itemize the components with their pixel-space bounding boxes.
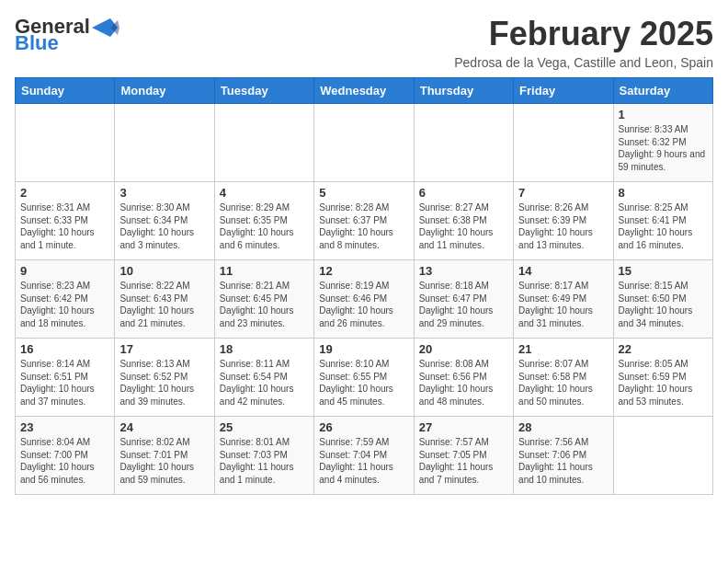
day-number: 24 [119, 420, 209, 434]
calendar-cell: 22Sunrise: 8:05 AM Sunset: 6:59 PM Dayli… [613, 339, 712, 417]
calendar-cell: 28Sunrise: 7:56 AM Sunset: 7:06 PM Dayli… [514, 417, 613, 495]
day-info: Sunrise: 8:27 AM Sunset: 6:38 PM Dayligh… [419, 202, 494, 250]
calendar-cell: 4Sunrise: 8:29 AM Sunset: 6:35 PM Daylig… [214, 182, 313, 260]
calendar-cell: 20Sunrise: 8:08 AM Sunset: 6:56 PM Dayli… [414, 339, 513, 417]
calendar-week-1: 1Sunrise: 8:33 AM Sunset: 6:32 PM Daylig… [16, 104, 713, 182]
day-info: Sunrise: 8:29 AM Sunset: 6:35 PM Dayligh… [220, 202, 294, 250]
calendar-week-2: 2Sunrise: 8:31 AM Sunset: 6:33 PM Daylig… [16, 182, 713, 260]
title-block: February 2025 Pedrosa de la Vega, Castil… [454, 15, 713, 70]
weekday-header-saturday: Saturday [613, 78, 712, 104]
day-info: Sunrise: 8:11 AM Sunset: 6:54 PM Dayligh… [220, 359, 294, 407]
day-info: Sunrise: 8:19 AM Sunset: 6:46 PM Dayligh… [319, 281, 393, 328]
calendar-cell [16, 104, 115, 182]
day-info: Sunrise: 8:23 AM Sunset: 6:42 PM Dayligh… [20, 281, 95, 328]
day-number: 22 [619, 342, 708, 356]
day-number: 1 [619, 108, 708, 121]
day-info: Sunrise: 8:02 AM Sunset: 7:01 PM Dayligh… [119, 437, 194, 485]
calendar-cell: 19Sunrise: 8:10 AM Sunset: 6:55 PM Dayli… [314, 339, 414, 417]
location-title: Pedrosa de la Vega, Castille and Leon, S… [454, 55, 713, 70]
day-number: 3 [119, 186, 209, 200]
day-info: Sunrise: 8:07 AM Sunset: 6:58 PM Dayligh… [518, 359, 593, 407]
day-number: 10 [119, 264, 209, 278]
day-info: Sunrise: 8:04 AM Sunset: 7:00 PM Dayligh… [20, 437, 95, 485]
month-title: February 2025 [454, 15, 713, 53]
calendar-cell [314, 104, 414, 182]
calendar-cell: 11Sunrise: 8:21 AM Sunset: 6:45 PM Dayli… [214, 260, 313, 339]
day-info: Sunrise: 8:01 AM Sunset: 7:03 PM Dayligh… [220, 437, 294, 485]
calendar-cell: 8Sunrise: 8:25 AM Sunset: 6:41 PM Daylig… [613, 182, 712, 260]
day-info: Sunrise: 8:05 AM Sunset: 6:59 PM Dayligh… [619, 359, 693, 407]
calendar-cell: 13Sunrise: 8:18 AM Sunset: 6:47 PM Dayli… [414, 260, 513, 339]
calendar-cell: 3Sunrise: 8:30 AM Sunset: 6:34 PM Daylig… [115, 182, 214, 260]
calendar-cell [613, 417, 712, 495]
weekday-header-sunday: Sunday [16, 78, 115, 104]
calendar-week-4: 16Sunrise: 8:14 AM Sunset: 6:51 PM Dayli… [16, 339, 713, 417]
day-number: 16 [20, 342, 109, 356]
day-info: Sunrise: 8:18 AM Sunset: 6:47 PM Dayligh… [419, 281, 494, 328]
calendar-cell: 5Sunrise: 8:28 AM Sunset: 6:37 PM Daylig… [314, 182, 414, 260]
day-info: Sunrise: 8:33 AM Sunset: 6:32 PM Dayligh… [619, 124, 706, 172]
day-info: Sunrise: 8:31 AM Sunset: 6:33 PM Dayligh… [20, 202, 95, 250]
day-info: Sunrise: 8:25 AM Sunset: 6:41 PM Dayligh… [619, 202, 693, 250]
day-info: Sunrise: 8:21 AM Sunset: 6:45 PM Dayligh… [220, 281, 294, 328]
calendar-cell: 2Sunrise: 8:31 AM Sunset: 6:33 PM Daylig… [16, 182, 115, 260]
logo-blue-text: Blue [15, 31, 59, 55]
day-number: 11 [220, 264, 309, 278]
day-number: 7 [518, 186, 608, 200]
calendar-cell: 10Sunrise: 8:22 AM Sunset: 6:43 PM Dayli… [115, 260, 214, 339]
day-info: Sunrise: 8:26 AM Sunset: 6:39 PM Dayligh… [518, 202, 593, 250]
day-info: Sunrise: 8:22 AM Sunset: 6:43 PM Dayligh… [119, 281, 194, 328]
day-number: 25 [220, 420, 309, 434]
day-info: Sunrise: 8:17 AM Sunset: 6:49 PM Dayligh… [518, 281, 593, 328]
day-info: Sunrise: 8:30 AM Sunset: 6:34 PM Dayligh… [119, 202, 194, 250]
calendar-cell: 1Sunrise: 8:33 AM Sunset: 6:32 PM Daylig… [613, 104, 712, 182]
calendar-cell: 6Sunrise: 8:27 AM Sunset: 6:38 PM Daylig… [414, 182, 513, 260]
logo-arrow-icon [92, 18, 119, 37]
day-number: 9 [20, 264, 109, 278]
calendar-cell: 17Sunrise: 8:13 AM Sunset: 6:52 PM Dayli… [115, 339, 214, 417]
day-info: Sunrise: 8:08 AM Sunset: 6:56 PM Dayligh… [419, 359, 494, 407]
calendar-cell: 27Sunrise: 7:57 AM Sunset: 7:05 PM Dayli… [414, 417, 513, 495]
day-number: 18 [220, 342, 309, 356]
day-number: 8 [619, 186, 708, 200]
day-number: 13 [419, 264, 508, 278]
calendar-cell: 26Sunrise: 7:59 AM Sunset: 7:04 PM Dayli… [314, 417, 414, 495]
day-info: Sunrise: 8:13 AM Sunset: 6:52 PM Dayligh… [119, 359, 194, 407]
calendar-cell: 14Sunrise: 8:17 AM Sunset: 6:49 PM Dayli… [514, 260, 613, 339]
day-info: Sunrise: 7:56 AM Sunset: 7:06 PM Dayligh… [518, 437, 593, 485]
day-number: 2 [20, 186, 109, 200]
day-number: 26 [319, 420, 408, 434]
day-number: 12 [319, 264, 408, 278]
day-number: 14 [518, 264, 608, 278]
calendar-week-3: 9Sunrise: 8:23 AM Sunset: 6:42 PM Daylig… [16, 260, 713, 339]
day-number: 23 [20, 420, 109, 434]
weekday-header-thursday: Thursday [414, 78, 513, 104]
calendar-cell [414, 104, 513, 182]
weekday-header-tuesday: Tuesday [214, 78, 313, 104]
calendar-cell [514, 104, 613, 182]
day-info: Sunrise: 8:10 AM Sunset: 6:55 PM Dayligh… [319, 359, 393, 407]
calendar-cell: 25Sunrise: 8:01 AM Sunset: 7:03 PM Dayli… [214, 417, 313, 495]
day-number: 6 [419, 186, 508, 200]
calendar-cell: 9Sunrise: 8:23 AM Sunset: 6:42 PM Daylig… [16, 260, 115, 339]
calendar-cell: 15Sunrise: 8:15 AM Sunset: 6:50 PM Dayli… [613, 260, 712, 339]
day-number: 4 [220, 186, 309, 200]
calendar-week-5: 23Sunrise: 8:04 AM Sunset: 7:00 PM Dayli… [16, 417, 713, 495]
calendar-cell: 18Sunrise: 8:11 AM Sunset: 6:54 PM Dayli… [214, 339, 313, 417]
weekday-header-friday: Friday [514, 78, 613, 104]
day-number: 19 [319, 342, 408, 356]
calendar-cell [115, 104, 214, 182]
day-info: Sunrise: 8:14 AM Sunset: 6:51 PM Dayligh… [20, 359, 95, 407]
calendar-cell: 7Sunrise: 8:26 AM Sunset: 6:39 PM Daylig… [514, 182, 613, 260]
calendar-cell: 16Sunrise: 8:14 AM Sunset: 6:51 PM Dayli… [16, 339, 115, 417]
calendar-cell: 24Sunrise: 8:02 AM Sunset: 7:01 PM Dayli… [115, 417, 214, 495]
calendar: SundayMondayTuesdayWednesdayThursdayFrid… [15, 77, 713, 495]
day-number: 15 [619, 264, 708, 278]
calendar-cell: 21Sunrise: 8:07 AM Sunset: 6:58 PM Dayli… [514, 339, 613, 417]
day-info: Sunrise: 8:28 AM Sunset: 6:37 PM Dayligh… [319, 202, 393, 250]
day-number: 27 [419, 420, 508, 434]
day-number: 17 [119, 342, 209, 356]
day-info: Sunrise: 7:59 AM Sunset: 7:04 PM Dayligh… [319, 437, 393, 485]
day-info: Sunrise: 7:57 AM Sunset: 7:05 PM Dayligh… [419, 437, 494, 485]
day-number: 28 [518, 420, 608, 434]
